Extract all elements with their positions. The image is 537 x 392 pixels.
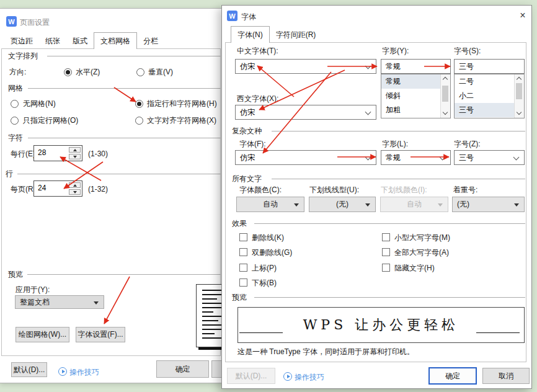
font-color-dropdown[interactable]: 自动 <box>236 197 304 212</box>
chars-per-line-value[interactable]: 28 <box>34 146 68 161</box>
tips-link[interactable]: 操作技巧 <box>295 372 324 383</box>
spinner-down-icon[interactable] <box>69 189 81 195</box>
cancel-button-clipped[interactable] <box>211 360 222 378</box>
style-value: 常规 <box>386 61 401 72</box>
complex-style-value: 常规 <box>386 153 401 163</box>
underline-style-dropdown[interactable]: (无) <box>309 197 376 212</box>
size-listbox[interactable]: 二号 小二 三号 <box>454 74 525 118</box>
scrollbar-thumb[interactable] <box>442 86 448 102</box>
radio-char-align-grid-label: 文字对齐字符网格(X) <box>147 116 216 125</box>
chars-group-label: 字符 <box>8 133 23 142</box>
dropdown-arrow-icon <box>438 203 443 207</box>
spinner-buttons <box>68 146 82 161</box>
radio-no-grid[interactable] <box>11 100 19 108</box>
group-divider <box>254 297 525 298</box>
ok-button[interactable]: 确定 <box>428 367 477 385</box>
checkbox-small-caps[interactable] <box>382 233 390 241</box>
dropdown-arrow-icon <box>294 203 299 207</box>
lines-per-page-value[interactable]: 24 <box>34 181 68 196</box>
scrollbar-down-icon[interactable] <box>517 110 521 115</box>
complex-style-combo[interactable]: 常规 <box>381 150 451 165</box>
spinner-up-icon[interactable] <box>69 182 81 188</box>
tab-margins[interactable]: 页边距 <box>4 34 39 48</box>
drawing-grid-button[interactable]: 绘图网格(W)... <box>16 327 69 342</box>
page-preview-thumbnail <box>196 284 222 347</box>
dropdown-arrow-icon <box>94 301 99 305</box>
spinner-down-icon[interactable] <box>69 154 81 159</box>
tab-character-spacing[interactable]: 字符间距(R) <box>270 28 322 42</box>
checkbox-superscript[interactable] <box>239 264 247 272</box>
desktop: W 页面设置 页边距 纸张 版式 文档网格 分栏 文字排列 方向: 水平(Z) … <box>0 0 537 392</box>
emphasis-value: (无) <box>457 199 469 210</box>
cancel-button[interactable]: 取消 <box>482 368 530 384</box>
scrollbar[interactable] <box>514 74 524 118</box>
latin-font-label: 西文字体(X): <box>237 94 278 103</box>
font-dialog-tabs: 字体(N) 字符间距(R) <box>231 27 322 42</box>
checkbox-strikethrough[interactable] <box>239 233 247 241</box>
checkbox-double-strikethrough-label: 双删除线(G) <box>252 248 292 257</box>
ok-button[interactable]: 确定 <box>156 360 209 378</box>
group-divider <box>272 131 525 131</box>
chevron-down-icon[interactable] <box>365 63 371 69</box>
radio-line-grid-only-label: 只指定行网格(O) <box>23 116 78 125</box>
default-button[interactable]: 默认(D)... <box>11 362 47 377</box>
radio-vertical[interactable] <box>136 68 144 76</box>
apply-to-dropdown[interactable]: 整篇文档 <box>15 295 104 309</box>
group-divider <box>27 274 221 275</box>
tab-columns[interactable]: 分栏 <box>137 34 164 48</box>
radio-line-grid-only[interactable] <box>11 117 19 125</box>
checkbox-double-strikethrough[interactable] <box>239 248 247 256</box>
tab-layout[interactable]: 版式 <box>66 34 94 48</box>
play-circle-icon[interactable] <box>283 372 292 381</box>
lines-per-page-spinner[interactable]: 24 <box>33 180 82 197</box>
cjk-font-combo[interactable]: 仿宋 <box>235 59 376 74</box>
complex-size-combo[interactable]: 三号 <box>454 150 525 165</box>
radio-char-align-grid[interactable] <box>135 117 143 125</box>
chevron-down-icon[interactable] <box>513 154 520 161</box>
checkbox-hidden-text[interactable] <box>382 264 390 272</box>
checkbox-all-caps[interactable] <box>382 248 390 256</box>
group-divider <box>28 138 221 138</box>
preview-group-label: 预览 <box>8 270 23 278</box>
style-label: 字形(Y): <box>382 47 409 55</box>
font-settings-button[interactable]: 字体设置(F)... <box>76 327 125 342</box>
style-listbox[interactable]: 常规 倾斜 加粗 <box>381 74 451 118</box>
scrollbar[interactable] <box>440 74 450 118</box>
cjk-font-value: 仿宋 <box>240 61 255 72</box>
size-edit[interactable]: 三号 <box>454 59 525 74</box>
scrollbar-up-icon[interactable] <box>443 77 448 82</box>
spinner-up-icon[interactable] <box>69 147 81 153</box>
chevron-down-icon[interactable] <box>440 154 446 161</box>
scrollbar-down-icon[interactable] <box>443 110 448 115</box>
close-icon[interactable]: × <box>516 9 530 22</box>
radio-horizontal-label: 水平(Z) <box>76 68 100 76</box>
font-dialog: W 字体 × 字体(N) 字符间距(R) 中文字体(T): 字形(Y): 字号(… <box>221 5 532 389</box>
complex-font-combo[interactable]: 仿宋 <box>235 150 376 165</box>
complex-style-label: 字形(L): <box>382 140 408 148</box>
latin-font-combo[interactable]: 仿宋 <box>235 105 376 120</box>
chevron-down-icon[interactable] <box>365 154 371 161</box>
tips-link[interactable]: 操作技巧 <box>69 367 99 378</box>
scrollbar-up-icon[interactable] <box>517 77 521 82</box>
tab-paper[interactable]: 纸张 <box>39 34 66 48</box>
scrollbar-thumb[interactable] <box>516 83 522 99</box>
tab-font[interactable]: 字体(N) <box>231 26 270 43</box>
checkbox-subscript[interactable] <box>239 278 247 287</box>
tab-document-grid[interactable]: 文档网格 <box>94 32 137 49</box>
underline-style-value: (无) <box>336 199 348 210</box>
checkbox-hidden-text-label: 隐藏文字(H) <box>394 264 435 272</box>
style-edit[interactable]: 常规 <box>381 59 451 74</box>
play-circle-icon[interactable] <box>58 367 67 376</box>
emphasis-dropdown[interactable]: (无) <box>452 197 525 212</box>
size-label: 字号(S): <box>454 47 481 55</box>
chars-per-line-spinner[interactable]: 28 <box>33 145 82 161</box>
chevron-down-icon[interactable] <box>365 109 371 115</box>
group-divider <box>47 56 221 56</box>
dropdown-arrow-icon <box>365 203 370 207</box>
radio-line-char-grid-label: 指定行和字符网格(H) <box>147 99 217 108</box>
radio-vertical-label: 垂直(V) <box>148 68 173 76</box>
radio-horizontal[interactable] <box>64 68 72 76</box>
complex-group-label: 复杂文种 <box>232 127 262 135</box>
radio-line-char-grid[interactable] <box>135 100 143 108</box>
text-flow-group-label: 文字排列 <box>8 51 38 60</box>
